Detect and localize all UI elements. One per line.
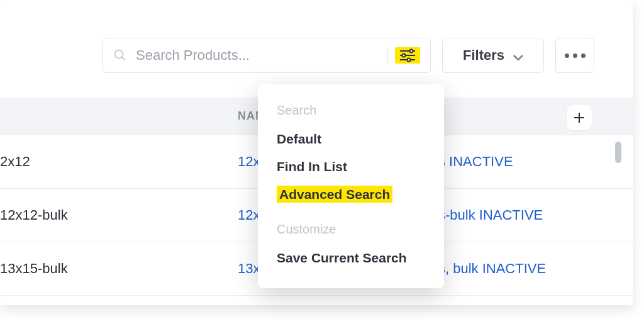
sliders-icon[interactable] [399, 48, 416, 62]
dot-icon [581, 53, 586, 58]
svg-point-3 [410, 50, 413, 53]
dropdown-item-find-in-list[interactable]: Find In List [258, 153, 444, 181]
row-name-right[interactable]: ss, bulk INACTIVE [431, 261, 546, 277]
row-name-left[interactable]: 13x [238, 261, 260, 277]
row-sku: 13x15-bulk [0, 261, 68, 277]
toolbar: Filters [103, 38, 608, 73]
svg-point-0 [115, 50, 123, 59]
app-canvas: Filters NAME 2x12 12x ss INACTIVE 12x12-… [0, 0, 633, 305]
divider [387, 47, 387, 64]
search-input[interactable] [136, 47, 379, 64]
dot-icon [565, 53, 569, 58]
dot-icon [573, 53, 577, 58]
dropdown-section-search: Search [258, 98, 444, 125]
row-name-right[interactable]: ss-bulk INACTIVE [431, 207, 543, 223]
dropdown-item-advanced-search[interactable]: Advanced Search [258, 181, 444, 208]
row-sku: 2x12 [0, 154, 30, 170]
row-name-left[interactable]: 12x [238, 154, 260, 170]
add-button[interactable] [567, 105, 592, 130]
dropdown-item-save-search[interactable]: Save Current Search [258, 244, 444, 272]
search-dropdown: Search Default Find In List Advanced Sea… [258, 84, 444, 288]
chevron-down-icon [513, 52, 523, 59]
dropdown-item-advanced-label: Advanced Search [277, 186, 392, 203]
row-name-left[interactable]: 12x [238, 207, 260, 223]
search-box[interactable] [103, 38, 431, 73]
dropdown-item-default[interactable]: Default [258, 125, 444, 153]
filters-button[interactable]: Filters [442, 38, 544, 73]
filters-label: Filters [463, 47, 504, 64]
svg-line-1 [122, 57, 125, 60]
search-options-highlight [395, 47, 420, 64]
search-icon [113, 48, 127, 62]
dropdown-section-customize: Customize [258, 217, 444, 244]
svg-point-7 [408, 59, 411, 62]
row-sku: 12x12-bulk [0, 207, 68, 223]
scrollbar-thumb[interactable] [615, 142, 621, 163]
more-button[interactable] [555, 38, 594, 73]
svg-point-5 [402, 54, 406, 57]
